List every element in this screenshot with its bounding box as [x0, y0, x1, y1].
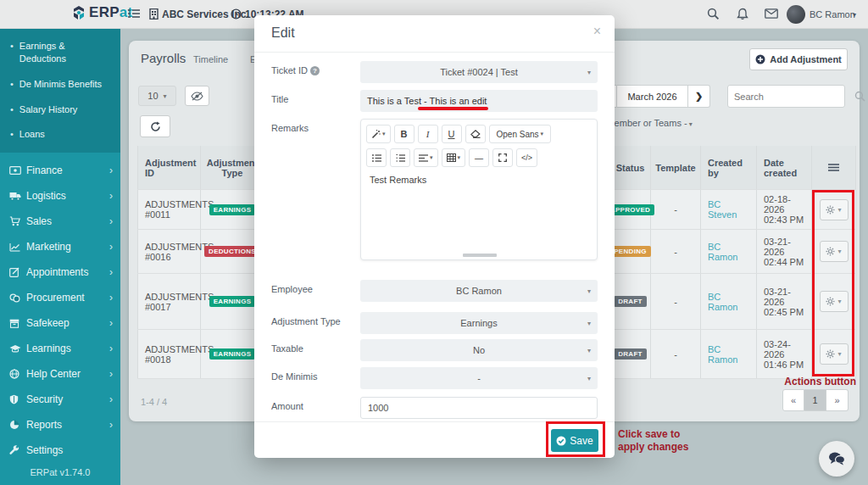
- code-view-button[interactable]: </>: [516, 148, 537, 167]
- sidebar-menu: Finance› Logistics› Sales› Marketing› Ap…: [0, 153, 120, 463]
- sidebar-item-safekeep[interactable]: Safekeep›: [0, 310, 120, 336]
- building-icon: [149, 8, 159, 20]
- ticket-id-select[interactable]: Ticket #0024 | Test▾: [360, 61, 598, 83]
- italic-button[interactable]: I: [418, 125, 438, 143]
- plus-circle-icon: [755, 54, 765, 64]
- cell-template: -: [651, 190, 701, 229]
- cell-created-by: BC Ramon: [701, 274, 757, 329]
- pagination-next-button[interactable]: »: [826, 389, 849, 411]
- cell-status: DRAFT: [610, 274, 651, 329]
- bold-button[interactable]: B: [394, 125, 415, 143]
- sidebar-item-help-center[interactable]: Help Center›: [0, 361, 120, 387]
- paragraph-align-button[interactable]: ▾: [414, 148, 438, 167]
- caret-down-icon: ▾: [587, 320, 591, 327]
- amount-input[interactable]: 1000: [360, 397, 598, 419]
- created-by-link[interactable]: BC Ramon: [708, 292, 749, 312]
- messages-envelope-icon[interactable]: [765, 8, 778, 19]
- time-line: 02:43 PM: [764, 215, 804, 225]
- chat-button[interactable]: [819, 441, 854, 477]
- notifications-bell-icon[interactable]: [737, 8, 748, 20]
- unordered-list-button[interactable]: [366, 148, 387, 167]
- ticket-id-value: Ticket #0024 | Test: [440, 67, 518, 77]
- page-size-select[interactable]: 10: [138, 86, 176, 106]
- pagination-current-page[interactable]: 1: [804, 389, 826, 411]
- sidebar-item-learnings[interactable]: Learnings›: [0, 336, 120, 361]
- coins-icon: [9, 293, 26, 303]
- sidebar-subitem-earnings-deductions[interactable]: Earnings & Deductions: [10, 40, 112, 65]
- font-family-select[interactable]: Open Sans▾: [489, 125, 552, 143]
- search-box: [727, 85, 845, 108]
- search-input[interactable]: [734, 92, 854, 102]
- remarks-content[interactable]: Test Remarks: [361, 167, 597, 192]
- cell-date-created: 03-24-202601:46 PM: [757, 330, 812, 378]
- search-icon[interactable]: [707, 8, 720, 20]
- sidebar-item-appointments[interactable]: Appointments›: [0, 259, 120, 285]
- created-by-link[interactable]: BC Ramon: [708, 344, 749, 365]
- month-next-button[interactable]: ❯: [688, 85, 710, 108]
- sidebar-item-reports[interactable]: Reports›: [0, 412, 120, 438]
- user-name[interactable]: BC Ramon: [810, 9, 855, 20]
- table-button[interactable]: ▾: [442, 148, 466, 167]
- tab-timeline[interactable]: Timeline: [193, 54, 228, 64]
- sidebar-item-security[interactable]: Security›: [0, 387, 120, 412]
- ordered-list-button[interactable]: [390, 148, 410, 167]
- edit-modal: Edit × Ticket ID Ticket #0024 | Test▾ Ti…: [254, 15, 615, 458]
- sidebar-subitem-salary-history[interactable]: Salary History: [10, 103, 112, 116]
- fullscreen-button[interactable]: [492, 148, 513, 167]
- shield-icon: [9, 394, 26, 404]
- remarks-editor: ▾ B I U Open Sans▾ ▾ ▾ — </> Test Remark…: [360, 119, 598, 260]
- user-avatar[interactable]: [787, 5, 805, 24]
- taxable-select[interactable]: No▾: [360, 339, 598, 361]
- annotation-box-actions-column: [812, 190, 854, 376]
- toggle-columns-button[interactable]: [185, 86, 209, 106]
- chevron-right-icon: ›: [109, 190, 113, 202]
- help-icon[interactable]: [310, 66, 320, 75]
- close-icon[interactable]: ×: [593, 24, 601, 39]
- sidebar-toggle-icon[interactable]: [127, 8, 141, 20]
- cell-status: PENDING: [610, 230, 651, 273]
- pie-chart-icon: [9, 420, 26, 430]
- sidebar-subitem-de-minimis-benefits[interactable]: De Minimis Benefits: [10, 78, 112, 91]
- sidebar-item-label: Marketing: [26, 241, 109, 253]
- sidebar-item-finance[interactable]: Finance›: [0, 158, 120, 183]
- pagination: « 1 »: [782, 389, 849, 411]
- search-icon[interactable]: [854, 91, 865, 102]
- taxable-label: Taxable: [271, 343, 303, 354]
- adjustment-type-select[interactable]: Earnings▾: [360, 312, 598, 334]
- underline-button[interactable]: U: [442, 125, 462, 143]
- time-line: 02:45 PM: [764, 307, 804, 317]
- sidebar-item-marketing[interactable]: Marketing›: [0, 234, 120, 259]
- style-magic-wand-button[interactable]: ▾: [366, 125, 391, 143]
- sidebar-item-procurement[interactable]: Procurement›: [0, 285, 120, 310]
- sidebar-subitem-loans[interactable]: Loans: [10, 128, 112, 141]
- sidebar-item-settings[interactable]: Settings: [0, 438, 120, 463]
- sidebar-nav: Earnings & Deductions De Minimis Benefit…: [0, 29, 120, 485]
- add-adjustment-button[interactable]: Add Adjustment: [749, 48, 848, 70]
- caret-down-icon: ▾: [587, 69, 591, 76]
- horizontal-rule-button[interactable]: —: [469, 148, 489, 167]
- subitem-label: De Minimis Benefits: [19, 78, 102, 91]
- caret-down-icon: ▾: [587, 375, 591, 382]
- refresh-button[interactable]: [140, 115, 170, 137]
- user-menu-caret-icon[interactable]: ▾: [853, 11, 856, 19]
- cell-date-created: 03-21-202602:44 PM: [757, 230, 812, 273]
- sidebar-item-logistics[interactable]: Logistics›: [0, 183, 120, 209]
- de-minimis-select[interactable]: -▾: [360, 367, 598, 389]
- globe-icon: [9, 369, 26, 379]
- brand-erp: ERP: [89, 4, 120, 20]
- brand-logo[interactable]: ERPat: [71, 4, 133, 21]
- employee-select[interactable]: BC Ramon▾: [360, 280, 598, 302]
- created-by-link[interactable]: BC Ramon: [708, 242, 749, 262]
- created-by-link[interactable]: BC Steven: [708, 199, 749, 220]
- modal-title: Edit: [271, 25, 295, 41]
- remarks-label: Remarks: [271, 123, 309, 133]
- status-badge: DRAFT: [614, 296, 647, 307]
- font-family-value: Open Sans: [497, 130, 539, 139]
- eraser-button[interactable]: [465, 125, 486, 143]
- sidebar-item-sales[interactable]: Sales›: [0, 209, 120, 234]
- pagination-prev-button[interactable]: «: [782, 389, 804, 411]
- editor-resize-handle[interactable]: [463, 254, 497, 257]
- caret-down-icon: ▾: [587, 287, 591, 295]
- date-line: 02-18-2026: [764, 194, 804, 215]
- chevron-right-icon: ›: [109, 419, 113, 431]
